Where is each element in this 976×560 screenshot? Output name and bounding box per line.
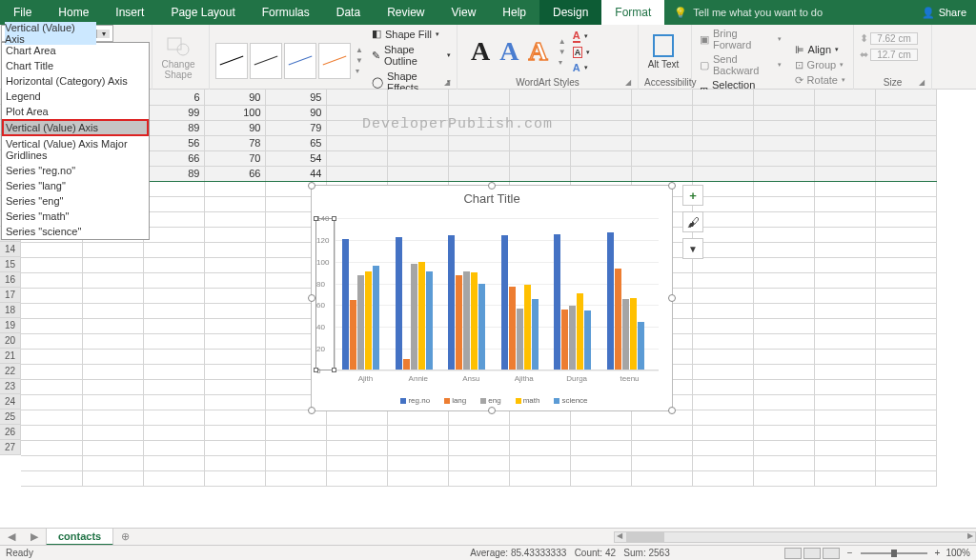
chart-plot-area[interactable]: 020406080100120140AjithAnnieAnsuAjithaDu… [335, 218, 659, 370]
chart-elements-button[interactable]: + [682, 185, 703, 206]
text-fill-button[interactable]: A▾ [573, 29, 591, 44]
row-header[interactable]: 27 [0, 440, 21, 455]
dialog-launcher-icon[interactable]: ◢ [625, 78, 635, 88]
add-sheet-button[interactable]: ⊕ [113, 530, 137, 543]
row-header[interactable]: 17 [0, 288, 21, 303]
bar[interactable] [350, 300, 356, 370]
bring-forward-button[interactable]: ▣Bring Forward▾ [698, 27, 783, 51]
legend-item[interactable]: reg.no [396, 396, 430, 405]
bar[interactable] [463, 271, 470, 370]
name-box[interactable]: Vertical (Value) Axis ▾ [1, 25, 113, 42]
alt-text-button[interactable]: Alt Text [644, 34, 682, 70]
share-button[interactable]: 👤 Share [922, 7, 966, 19]
cell[interactable]: 100 [204, 105, 265, 120]
bar[interactable] [396, 237, 402, 370]
row-header[interactable]: 14 [0, 242, 21, 257]
bar[interactable] [456, 275, 462, 370]
cell[interactable]: 90 [204, 120, 265, 135]
wordart-gallery[interactable]: A A A [463, 36, 556, 67]
bar[interactable] [561, 310, 568, 370]
tab-nav-next-icon[interactable]: ▶ [23, 530, 46, 543]
dropdown-item[interactable]: Series "reg.no" [2, 163, 149, 178]
dropdown-item[interactable]: Vertical (Value) Axis Major Gridlines [2, 136, 149, 163]
cell[interactable]: 89 [143, 120, 204, 135]
gallery-more-icon[interactable]: ▾ [356, 67, 363, 75]
cell[interactable]: 79 [265, 120, 326, 135]
cell[interactable]: 44 [265, 166, 326, 181]
dialog-launcher-icon[interactable]: ◢ [919, 78, 928, 88]
dropdown-item[interactable]: Series "lang" [2, 178, 149, 193]
row-header[interactable]: 20 [0, 333, 21, 349]
chart-styles-button[interactable]: 🖌 [682, 211, 703, 232]
bar[interactable] [638, 322, 644, 370]
cell[interactable]: 6 [143, 90, 204, 105]
bar[interactable] [357, 275, 364, 370]
row-header[interactable]: 22 [0, 364, 21, 379]
send-backward-button[interactable]: ▢Send Backward▾ [698, 52, 783, 77]
row-header[interactable]: 26 [0, 425, 21, 440]
menu-tab-help[interactable]: Help [489, 0, 539, 25]
zoom-slider[interactable] [861, 552, 927, 554]
height-input[interactable] [870, 32, 918, 45]
chevron-down-icon[interactable]: ▾ [96, 30, 110, 38]
bar[interactable] [584, 310, 591, 370]
chart-filters-button[interactable]: ▼ [682, 238, 703, 259]
bar[interactable] [418, 262, 425, 370]
tab-nav-prev-icon[interactable]: ◀ [0, 530, 23, 543]
menu-tab-review[interactable]: Review [374, 0, 437, 25]
bar[interactable] [373, 266, 379, 370]
menu-tab-format[interactable]: Format [601, 0, 664, 25]
zoom-in-icon[interactable]: + [935, 548, 941, 558]
row-header[interactable]: 21 [0, 349, 21, 364]
bar[interactable] [569, 306, 576, 370]
cell[interactable]: 70 [204, 150, 265, 166]
bar[interactable] [554, 234, 560, 370]
legend-item[interactable]: science [549, 396, 587, 405]
bar[interactable] [478, 284, 485, 370]
row-header[interactable]: 25 [0, 410, 21, 425]
dropdown-item[interactable]: Series "science" [2, 224, 149, 239]
dropdown-item[interactable]: Vertical (Value) Axis [2, 119, 149, 136]
bar[interactable] [630, 298, 637, 370]
shape-fill-button[interactable]: ◧Shape Fill▾ [372, 27, 451, 41]
wordart-down-icon[interactable]: ▼ [559, 48, 566, 56]
cell[interactable]: 90 [265, 105, 326, 120]
shape-styles-gallery[interactable] [215, 43, 351, 79]
group-button[interactable]: ⊡Group▾ [793, 58, 847, 72]
row-header[interactable]: 15 [0, 257, 21, 272]
zoom-out-icon[interactable]: − [847, 548, 853, 558]
chart-legend[interactable]: reg.nolangengmathscience [312, 396, 672, 405]
bar[interactable] [577, 293, 583, 370]
text-outline-button[interactable]: A▾ [573, 46, 591, 59]
dropdown-item[interactable]: Series "math" [2, 209, 149, 224]
bar[interactable] [517, 309, 523, 370]
legend-item[interactable]: lang [439, 396, 466, 405]
chart-object[interactable]: Chart Title 020406080100120140AjithAnnie… [311, 185, 673, 411]
zoom-level[interactable]: 100% [946, 548, 970, 558]
cell[interactable]: 99 [143, 105, 204, 120]
bar[interactable] [509, 287, 516, 370]
bar[interactable] [342, 239, 349, 370]
menu-tab-design[interactable]: Design [539, 0, 601, 25]
shape-outline-button[interactable]: ✎Shape Outline▾ [372, 43, 451, 68]
gallery-down-icon[interactable]: ▼ [356, 56, 363, 65]
cell[interactable]: 89 [143, 166, 204, 181]
bar[interactable] [365, 271, 372, 370]
cell[interactable]: 66 [204, 166, 265, 181]
bar[interactable] [426, 271, 433, 370]
menu-tab-insert[interactable]: Insert [102, 0, 157, 25]
chart-elements-dropdown[interactable]: Chart AreaChart TitleHorizontal (Categor… [1, 42, 150, 240]
cell[interactable]: 56 [143, 135, 204, 150]
rotate-button[interactable]: ⟳Rotate▾ [793, 73, 847, 88]
tell-me[interactable]: 💡 Tell me what you want to do [674, 7, 823, 19]
cell[interactable]: 66 [143, 150, 204, 166]
menu-tab-formulas[interactable]: Formulas [249, 0, 323, 25]
cell[interactable]: 78 [204, 135, 265, 150]
dialog-launcher-icon[interactable]: ◢ [444, 78, 454, 88]
dropdown-item[interactable]: Chart Area [2, 43, 149, 58]
menu-tab-data[interactable]: Data [323, 0, 374, 25]
row-header[interactable]: 16 [0, 272, 21, 288]
bar[interactable] [448, 235, 455, 370]
bar[interactable] [615, 269, 621, 370]
dropdown-item[interactable]: Chart Title [2, 58, 149, 73]
